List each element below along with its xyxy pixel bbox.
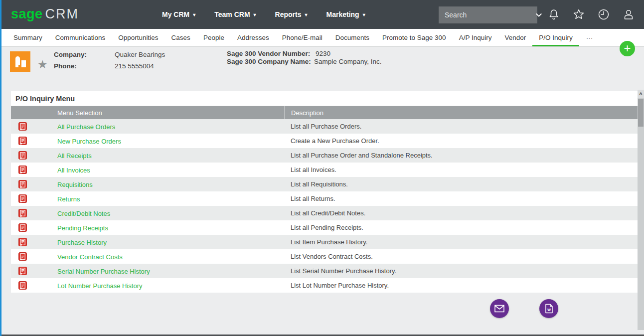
- company-value: Quaker Bearings: [115, 51, 165, 58]
- favorite-star-toggle[interactable]: ★: [37, 59, 48, 70]
- company-label: Company:: [54, 51, 87, 58]
- sage300-company-name-value: Sample Company, Inc.: [314, 58, 382, 65]
- main-menu-item[interactable]: Team CRM ▾: [214, 10, 256, 18]
- sage-crm-logo[interactable]: sageCRM: [11, 6, 79, 22]
- tab[interactable]: Communications: [49, 29, 112, 46]
- main-menu-item-label: Marketing: [326, 10, 359, 18]
- panel-title: P/O Inquiry Menu: [11, 91, 638, 106]
- row-icon-cell: [11, 281, 52, 290]
- scroll-up-arrow-icon[interactable]: ˄: [638, 90, 644, 98]
- sage300-vendor-number-value: 9230: [316, 50, 330, 57]
- row-icon-cell: [11, 238, 52, 246]
- search-input[interactable]: [439, 11, 535, 19]
- tab[interactable]: Opportunities: [112, 29, 164, 46]
- row-icon-cell: [11, 166, 52, 174]
- menu-selection-link[interactable]: All Invoices: [57, 167, 90, 174]
- menu-selection-link[interactable]: Lot Number Purchase History: [57, 282, 143, 290]
- tab[interactable]: A/P Inquiry: [453, 29, 498, 46]
- menu-selection-link[interactable]: Credit/Debit Notes: [57, 210, 110, 217]
- description-cell: List Serial Number Purchase History.: [284, 267, 638, 275]
- menu-selection-link[interactable]: Vendor Contract Costs: [57, 253, 123, 261]
- report-document-icon[interactable]: [18, 209, 27, 217]
- tab-label: Communications: [55, 34, 106, 41]
- report-document-icon[interactable]: [18, 137, 27, 145]
- menu-selection-cell: Returns: [52, 194, 284, 203]
- report-document-icon[interactable]: [18, 180, 27, 188]
- menu-selection-cell: Vendor Contract Costs: [52, 252, 284, 261]
- menu-selection-cell: Pending Receipts: [52, 223, 284, 232]
- table-row: Pending Receipts List all Pending Receip…: [11, 220, 638, 235]
- table-row: Serial Number Purchase History List Seri…: [11, 264, 638, 278]
- tab[interactable]: Promote to Sage 300: [376, 29, 453, 46]
- tab-overflow-button[interactable]: ⋯: [579, 29, 601, 46]
- report-document-icon[interactable]: [18, 151, 27, 160]
- vertical-scrollbar[interactable]: ˄: [638, 90, 644, 330]
- report-document-icon[interactable]: [18, 194, 27, 203]
- tab[interactable]: Cases: [165, 29, 197, 46]
- main-menu-item[interactable]: Marketing ▾: [326, 10, 365, 18]
- favorites-star-icon[interactable]: [572, 8, 585, 21]
- menu-selection-link[interactable]: Purchase History: [57, 239, 107, 246]
- recent-clock-icon[interactable]: [597, 8, 610, 21]
- tab[interactable]: Addresses: [231, 29, 276, 46]
- word-document-icon: w: [545, 304, 553, 314]
- description-cell: List all Purchase Orders.: [284, 123, 638, 130]
- table-row: Purchase History List Item Purchase Hist…: [11, 235, 638, 249]
- tab[interactable]: Summary: [7, 29, 49, 46]
- report-document-icon[interactable]: [18, 122, 27, 131]
- menu-selection-cell: Purchase History: [52, 238, 284, 247]
- tab-label: Promote to Sage 300: [382, 34, 446, 41]
- search-dropdown-chevron-icon[interactable]: [535, 11, 543, 19]
- table-row: All Purchase Orders List all Purchase Or…: [11, 119, 638, 134]
- tab-label: Phone/E-mail: [282, 34, 322, 41]
- send-email-button[interactable]: [490, 299, 509, 318]
- menu-selection-link[interactable]: All Receipts: [57, 152, 92, 160]
- tab[interactable]: People: [197, 29, 231, 46]
- company-entity-icon: [10, 51, 30, 72]
- description-column-header: Description: [284, 106, 638, 119]
- tab[interactable]: Vendor: [498, 29, 532, 46]
- table-row: All Invoices List all Invoices.: [11, 163, 638, 177]
- scrollbar-thumb[interactable]: [638, 99, 644, 127]
- main-menu-item[interactable]: My CRM ▾: [162, 10, 195, 18]
- svg-text:w: w: [547, 307, 551, 312]
- report-document-icon[interactable]: [18, 223, 27, 232]
- tab-label: A/P Inquiry: [459, 34, 492, 41]
- tab[interactable]: Phone/E-mail: [276, 29, 329, 46]
- menu-selection-link[interactable]: All Purchase Orders: [57, 123, 115, 131]
- table-row: Returns List all Returns.: [11, 191, 638, 206]
- top-icon-group: [547, 8, 635, 21]
- menu-selection-cell: All Invoices: [52, 166, 284, 174]
- user-profile-icon[interactable]: [622, 8, 635, 21]
- tab[interactable]: Documents: [329, 29, 376, 46]
- tab-label: Cases: [171, 34, 190, 41]
- menu-selection-link[interactable]: New Purchase Orders: [57, 138, 121, 145]
- tab[interactable]: P/O Inquiry: [532, 29, 579, 46]
- row-icon-cell: [11, 180, 52, 188]
- chevron-down-icon: ▾: [193, 12, 195, 17]
- main-menu-item[interactable]: Reports ▾: [275, 10, 308, 18]
- table-row: New Purchase Orders Create a New Purchas…: [11, 134, 638, 148]
- row-icon-cell: [11, 194, 52, 203]
- add-button[interactable]: +: [620, 41, 635, 56]
- sage300-vendor-number-label: Sage 300 Vendor Number:: [227, 50, 310, 57]
- row-icon-cell: [11, 137, 52, 145]
- report-document-icon[interactable]: [18, 267, 27, 275]
- table-header-row: Menu Selection Description: [11, 106, 638, 119]
- report-document-icon[interactable]: [18, 281, 27, 290]
- report-document-icon[interactable]: [18, 238, 27, 246]
- merge-to-word-button[interactable]: w: [539, 299, 558, 318]
- row-icon-cell: [11, 209, 52, 217]
- menu-selection-link[interactable]: Requisitions: [57, 181, 93, 188]
- envelope-icon: [494, 305, 504, 313]
- report-document-icon[interactable]: [18, 252, 27, 261]
- report-document-icon[interactable]: [18, 166, 27, 174]
- tab-label: Vendor: [504, 34, 526, 41]
- menu-selection-cell: Lot Number Purchase History: [52, 281, 284, 290]
- chevron-down-icon: ▾: [363, 12, 365, 17]
- menu-selection-link[interactable]: Pending Receipts: [57, 224, 108, 232]
- menu-selection-link[interactable]: Serial Number Purchase History: [57, 268, 150, 275]
- tab-label: Addresses: [237, 34, 269, 41]
- menu-selection-link[interactable]: Returns: [57, 195, 80, 203]
- notifications-bell-icon[interactable]: [547, 8, 560, 21]
